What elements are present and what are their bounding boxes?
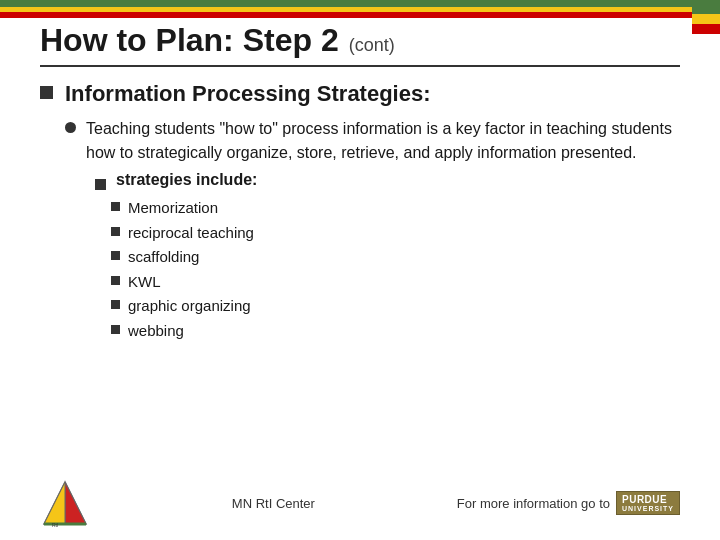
svg-marker-1 <box>65 482 86 524</box>
strategy-bullet-icon <box>111 300 120 309</box>
inner-item: Teaching students "how to" process infor… <box>65 117 680 165</box>
page-title: How to Plan: Step 2 <box>40 22 339 59</box>
sq-yellow <box>692 14 720 24</box>
bullet-square-icon <box>40 86 53 99</box>
strategy-item: scaffolding <box>111 246 680 269</box>
main-content: How to Plan: Step 2 (cont) Information P… <box>40 22 680 500</box>
strategy-item: webbing <box>111 320 680 343</box>
bottom-center-text: MN RtI Center <box>232 496 315 511</box>
strategy-bullet-icon <box>111 325 120 334</box>
bottom-bar: RtI MN RtI Center For more information g… <box>40 478 680 528</box>
purdue-logo: PURDUE UNIVERSITY <box>616 491 680 515</box>
strategies-bullet-icon <box>95 179 106 190</box>
svg-text:RtI: RtI <box>52 522 58 528</box>
strategy-text: KWL <box>128 271 161 294</box>
pyramid-icon: RtI <box>40 478 90 528</box>
svg-marker-2 <box>44 482 65 524</box>
strategy-text: reciprocal teaching <box>128 222 254 245</box>
bar-green <box>0 0 720 7</box>
strategy-bullet-icon <box>111 227 120 236</box>
title-divider <box>40 65 680 67</box>
strategy-item: reciprocal teaching <box>111 222 680 245</box>
outer-item-label: Information Processing Strategies: <box>65 81 431 107</box>
strategies-label: strategies include: <box>116 171 257 189</box>
strategy-text: Memorization <box>128 197 218 220</box>
strategy-text: webbing <box>128 320 184 343</box>
strategy-item: graphic organizing <box>111 295 680 318</box>
strategy-bullet-icon <box>111 202 120 211</box>
title-row: How to Plan: Step 2 (cont) <box>40 22 680 59</box>
inner-item-text: Teaching students "how to" process infor… <box>86 117 680 165</box>
bottom-right-text: For more information go to <box>457 496 610 511</box>
bullet-circle-icon <box>65 122 76 133</box>
bar-red <box>0 12 720 18</box>
inner-section: Teaching students "how to" process infor… <box>65 117 680 342</box>
outer-item: Information Processing Strategies: <box>40 81 680 107</box>
title-cont: (cont) <box>349 35 395 56</box>
strategy-bullet-icon <box>111 251 120 260</box>
top-right-squares <box>692 0 720 34</box>
strategies-section: strategies include: Memorizationreciproc… <box>95 171 680 342</box>
strategy-bullet-icon <box>111 276 120 285</box>
strategy-text: graphic organizing <box>128 295 251 318</box>
sq-red <box>692 24 720 34</box>
bottom-right: For more information go to PURDUE UNIVER… <box>457 491 680 515</box>
strategy-text: scaffolding <box>128 246 199 269</box>
strategy-item: KWL <box>111 271 680 294</box>
strategies-list: Memorizationreciprocal teachingscaffoldi… <box>111 197 680 342</box>
sq-green <box>692 0 720 14</box>
strategy-item: Memorization <box>111 197 680 220</box>
top-color-bar <box>0 0 720 18</box>
